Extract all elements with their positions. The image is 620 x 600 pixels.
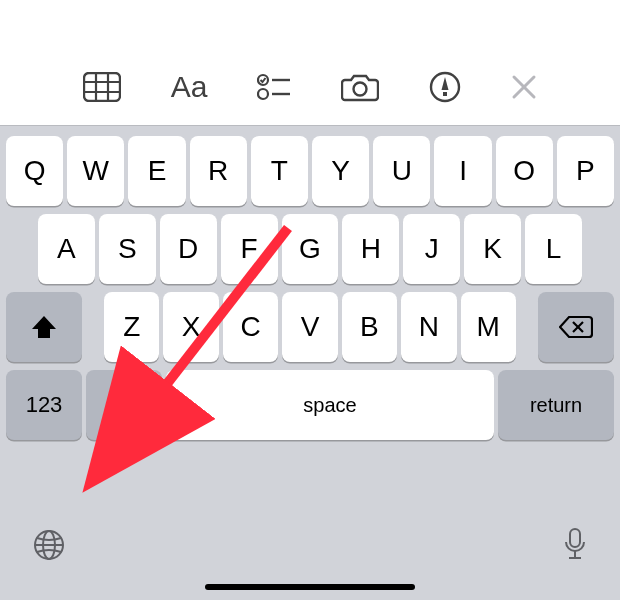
space-key[interactable]: space xyxy=(166,370,494,440)
key-g[interactable]: G xyxy=(282,214,339,284)
key-c[interactable]: C xyxy=(223,292,278,362)
backspace-key[interactable] xyxy=(538,292,614,362)
key-b[interactable]: B xyxy=(342,292,397,362)
key-t[interactable]: T xyxy=(251,136,308,206)
key-k[interactable]: K xyxy=(464,214,521,284)
key-a[interactable]: A xyxy=(38,214,95,284)
keyboard: Q W E R T Y U I O P A S D F G H J K L xyxy=(0,125,620,600)
format-toolbar: Aa xyxy=(0,56,620,118)
checklist-icon[interactable] xyxy=(257,73,291,101)
svg-point-16 xyxy=(118,400,122,404)
markup-icon[interactable] xyxy=(429,71,461,103)
key-row-3: Z X C V B N M xyxy=(6,292,614,362)
key-j[interactable]: J xyxy=(403,214,460,284)
key-q[interactable]: Q xyxy=(6,136,63,206)
svg-point-9 xyxy=(354,83,367,96)
svg-point-17 xyxy=(127,400,131,404)
camera-icon[interactable] xyxy=(341,72,379,102)
key-x[interactable]: X xyxy=(163,292,218,362)
emoji-key[interactable] xyxy=(86,370,162,440)
key-v[interactable]: V xyxy=(282,292,337,362)
table-icon[interactable] xyxy=(83,72,121,102)
numbers-key[interactable]: 123 xyxy=(6,370,82,440)
text-format-icon[interactable]: Aa xyxy=(171,72,208,102)
key-z[interactable]: Z xyxy=(104,292,159,362)
close-icon[interactable] xyxy=(511,74,537,100)
svg-point-15 xyxy=(112,393,137,418)
key-u[interactable]: U xyxy=(373,136,430,206)
key-m[interactable]: M xyxy=(461,292,516,362)
key-o[interactable]: O xyxy=(496,136,553,206)
key-s[interactable]: S xyxy=(99,214,156,284)
key-l[interactable]: L xyxy=(525,214,582,284)
key-y[interactable]: Y xyxy=(312,136,369,206)
key-row-1: Q W E R T Y U I O P xyxy=(6,136,614,206)
svg-rect-0 xyxy=(84,73,120,101)
shift-key[interactable] xyxy=(6,292,82,362)
key-r[interactable]: R xyxy=(190,136,247,206)
key-p[interactable]: P xyxy=(557,136,614,206)
key-f[interactable]: F xyxy=(221,214,278,284)
key-h[interactable]: H xyxy=(342,214,399,284)
svg-point-7 xyxy=(258,89,268,99)
key-i[interactable]: I xyxy=(434,136,491,206)
globe-icon[interactable] xyxy=(32,528,66,562)
dictation-icon[interactable] xyxy=(562,527,588,563)
key-e[interactable]: E xyxy=(128,136,185,206)
key-w[interactable]: W xyxy=(67,136,124,206)
key-row-2: A S D F G H J K L xyxy=(38,214,582,284)
key-row-4: 123 space return xyxy=(6,370,614,440)
return-key[interactable]: return xyxy=(498,370,614,440)
backspace-icon xyxy=(559,315,593,339)
key-n[interactable]: N xyxy=(401,292,456,362)
svg-rect-21 xyxy=(570,529,580,547)
emoji-icon xyxy=(109,390,139,420)
home-indicator[interactable] xyxy=(205,584,415,590)
shift-icon xyxy=(30,314,58,340)
key-d[interactable]: D xyxy=(160,214,217,284)
